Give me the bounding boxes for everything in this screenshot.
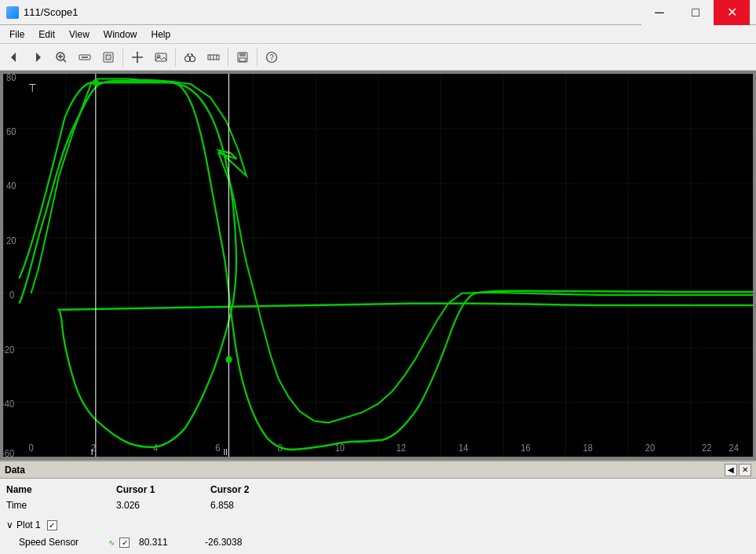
- plot1-checkbox[interactable]: ✓: [47, 520, 57, 530]
- cursor-i-label: I: [91, 446, 93, 457]
- svg-rect-9: [106, 55, 111, 60]
- sensor-cursor2-val: -26.3038: [205, 537, 242, 548]
- svg-line-3: [64, 59, 67, 62]
- svg-text:?: ?: [269, 53, 274, 62]
- cursor-tool-button[interactable]: [126, 46, 148, 68]
- maximize-button[interactable]: □: [677, 0, 714, 25]
- data-panel-close-button[interactable]: ✕: [739, 464, 751, 476]
- data-panel-title: Data: [5, 465, 25, 476]
- binoculars-button[interactable]: [179, 46, 201, 68]
- svg-rect-28: [239, 58, 246, 61]
- signal-svg: I II ⊤: [3, 74, 753, 457]
- zoom-region-button[interactable]: [97, 46, 119, 68]
- svg-marker-0: [11, 53, 16, 62]
- data-panel-collapse-button[interactable]: ◀: [725, 464, 737, 476]
- title-buttons: ─ □ ✕: [641, 0, 750, 25]
- title-bar: 111/Scope1 ─ □ ✕: [0, 0, 756, 25]
- back-button[interactable]: [3, 46, 25, 68]
- data-panel: Data ◀ ✕ Name Cursor 1 Cursor 2 Time 3.0…: [0, 460, 756, 554]
- menu-bar: File Edit View Window Help: [0, 25, 756, 44]
- app-icon: [6, 6, 19, 19]
- image-button[interactable]: [150, 46, 172, 68]
- sensor-signal-icon: ∿: [108, 538, 115, 547]
- time-cursor2: 6.858: [210, 500, 305, 511]
- zoom-fit-button[interactable]: [50, 46, 72, 68]
- save-button[interactable]: [232, 46, 254, 68]
- svg-rect-57: [3, 74, 753, 457]
- col-header-name: Name: [6, 484, 116, 495]
- time-cursor1: 3.026: [116, 500, 210, 511]
- toolbar-sep2: [175, 48, 176, 67]
- close-button[interactable]: ✕: [714, 0, 750, 25]
- menu-view[interactable]: View: [63, 26, 96, 43]
- time-label: Time: [6, 500, 116, 511]
- svg-rect-27: [239, 53, 246, 56]
- data-panel-header: Data ◀ ✕: [0, 461, 756, 479]
- data-headers-row: Name Cursor 1 Cursor 2: [6, 482, 750, 498]
- toolbar-sep4: [257, 48, 257, 67]
- menu-help[interactable]: Help: [145, 26, 177, 43]
- scope-handle-icon: ⊤: [29, 82, 37, 94]
- data-panel-buttons: ◀ ✕: [725, 464, 751, 476]
- minimize-button[interactable]: ─: [641, 0, 677, 25]
- toolbar-sep3: [228, 48, 228, 67]
- cursor-ii-label: II: [223, 446, 228, 457]
- zoom-in-button[interactable]: [74, 46, 96, 68]
- menu-file[interactable]: File: [3, 26, 31, 43]
- svg-marker-1: [36, 53, 41, 62]
- scope-canvas[interactable]: 80 60 40 20 0 -20 -40 -60 0 2 4 6 8 10 1…: [3, 74, 753, 457]
- menu-window[interactable]: Window: [97, 26, 144, 43]
- help-button[interactable]: ?: [261, 46, 283, 68]
- cursor-ii-dot: [225, 356, 232, 363]
- toolbar: ?: [0, 44, 756, 71]
- data-table: Name Cursor 1 Cursor 2 Time 3.026 6.858: [0, 479, 756, 516]
- plot1-chevron[interactable]: ∨: [6, 519, 13, 530]
- menu-edit[interactable]: Edit: [32, 26, 61, 43]
- sensor-row: Speed Sensor ∿ ✓ 80.311 -26.3038: [0, 534, 756, 551]
- scope-area: 80 60 40 20 0 -20 -40 -60 0 2 4 6 8 10 1…: [0, 71, 756, 460]
- cursor-i-dot: [93, 79, 99, 86]
- sensor-name: Speed Sensor: [19, 537, 105, 548]
- window-title: 111/Scope1: [24, 6, 78, 18]
- time-row: Time 3.026 6.858: [6, 498, 750, 513]
- plot1-row: ∨ Plot 1 ✓: [0, 516, 756, 534]
- forward-button[interactable]: [27, 46, 49, 68]
- toolbar-sep1: [122, 48, 123, 67]
- sensor-checkbox[interactable]: ✓: [119, 538, 130, 548]
- col-header-cursor1: Cursor 1: [116, 484, 210, 495]
- col-header-cursor2: Cursor 2: [210, 484, 305, 495]
- plot1-label: Plot 1: [16, 519, 41, 530]
- title-left: 111/Scope1: [6, 6, 78, 19]
- sensor-cursor1-val: 80.311: [139, 537, 202, 548]
- measure-button[interactable]: [203, 46, 225, 68]
